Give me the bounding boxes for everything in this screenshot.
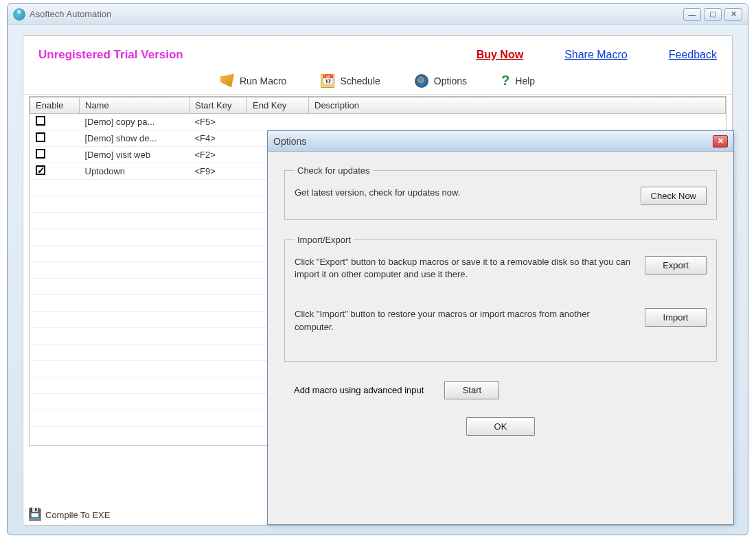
check-now-button[interactable]: Check Now xyxy=(641,187,707,205)
advanced-row: Add macro using advanced input Start xyxy=(284,377,717,409)
header-links: Buy Now Share Macro Feedback xyxy=(477,49,717,61)
enable-checkbox[interactable] xyxy=(36,132,45,142)
share-macro-link[interactable]: Share Macro xyxy=(564,49,628,61)
bottom-bar: Compile To EXE xyxy=(29,509,110,521)
help-label: Help xyxy=(515,75,535,86)
import-text: Click "Import" button to restore your ma… xyxy=(295,308,631,333)
dialog-title: Options xyxy=(273,136,306,147)
col-name[interactable]: Name xyxy=(80,97,190,114)
col-description[interactable]: Description xyxy=(309,97,726,114)
run-macro-label: Run Macro xyxy=(240,75,286,86)
window-controls: — ▢ ✕ xyxy=(683,8,742,21)
enable-checkbox[interactable] xyxy=(36,116,45,126)
options-dialog: Options ✕ Check for updates Get latest v… xyxy=(267,130,734,525)
help-icon: ? xyxy=(501,73,509,89)
app-icon xyxy=(13,8,25,21)
macro-name: Uptodown xyxy=(80,163,190,180)
macro-name: [Demo] copy pa... xyxy=(80,114,190,130)
options-button[interactable]: Options xyxy=(415,74,467,88)
dialog-body: Check for updates Get latest version, ch… xyxy=(268,152,733,449)
col-enable[interactable]: Enable xyxy=(30,97,80,114)
feedback-link[interactable]: Feedback xyxy=(669,49,717,61)
enable-checkbox[interactable] xyxy=(36,149,45,159)
macro-description xyxy=(309,114,726,130)
col-startkey[interactable]: Start Key xyxy=(190,97,247,114)
export-button[interactable]: Export xyxy=(645,256,707,274)
help-button[interactable]: ? Help xyxy=(501,73,535,89)
trial-label: Unregistered Trial Version xyxy=(38,48,183,62)
dialog-titlebar: Options ✕ xyxy=(268,131,733,152)
options-label: Options xyxy=(434,75,467,86)
macro-endkey xyxy=(247,114,309,130)
options-icon xyxy=(415,74,428,88)
advanced-label: Add macro using advanced input xyxy=(294,385,424,395)
titlebar: Asoftech Automation — ▢ ✕ xyxy=(8,4,748,25)
macro-startkey: <F4> xyxy=(190,130,247,147)
compile-icon xyxy=(29,509,41,521)
import-export-group: Import/Export Click "Export" button to b… xyxy=(284,235,717,362)
schedule-icon xyxy=(321,74,334,88)
macro-startkey: <F9> xyxy=(190,163,247,180)
macro-startkey: <F5> xyxy=(190,114,247,130)
buy-now-link[interactable]: Buy Now xyxy=(477,49,523,61)
macro-name: [Demo] show de... xyxy=(80,130,190,147)
enable-checkbox[interactable] xyxy=(36,165,45,175)
export-text: Click "Export" button to backup macros o… xyxy=(295,256,631,281)
col-endkey[interactable]: End Key xyxy=(247,97,309,114)
toolbar: Run Macro Schedule Options ? Help xyxy=(23,69,732,95)
table-header-row: Enable Name Start Key End Key Descriptio… xyxy=(30,97,726,114)
close-button[interactable]: ✕ xyxy=(724,8,742,21)
maximize-button[interactable]: ▢ xyxy=(704,8,722,21)
run-macro-button[interactable]: Run Macro xyxy=(220,74,286,88)
window-title: Asoftech Automation xyxy=(30,9,111,19)
minimize-button[interactable]: — xyxy=(683,8,701,21)
macro-startkey: <F2> xyxy=(190,147,247,163)
check-updates-group: Check for updates Get latest version, ch… xyxy=(284,165,717,220)
schedule-label: Schedule xyxy=(340,75,380,86)
ok-button[interactable]: OK xyxy=(466,417,535,436)
macro-name: [Demo] visit web xyxy=(80,147,190,163)
check-updates-legend: Check for updates xyxy=(295,165,373,176)
header-row: Unregistered Trial Version Buy Now Share… xyxy=(23,36,732,69)
import-export-legend: Import/Export xyxy=(295,235,354,245)
compile-to-exe-button[interactable]: Compile To EXE xyxy=(45,510,110,520)
run-icon xyxy=(220,74,234,88)
table-row[interactable]: [Demo] copy pa...<F5> xyxy=(30,114,726,130)
start-button[interactable]: Start xyxy=(444,381,499,399)
schedule-button[interactable]: Schedule xyxy=(321,74,380,88)
import-button[interactable]: Import xyxy=(645,308,707,327)
check-updates-text: Get latest version, check for updates no… xyxy=(295,187,627,199)
dialog-close-button[interactable]: ✕ xyxy=(713,135,728,148)
